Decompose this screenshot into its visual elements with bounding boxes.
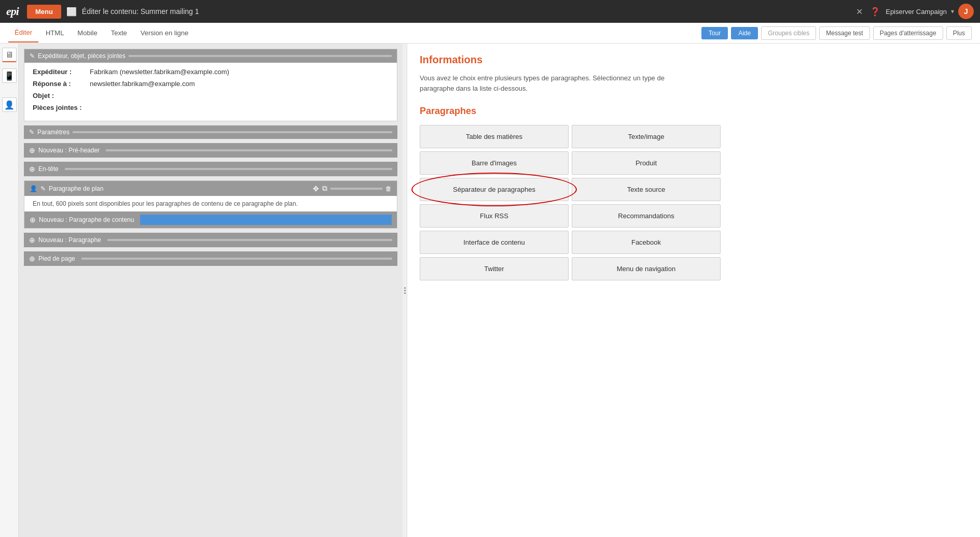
expediteur-section: ✎ Expéditeur, objet, pièces jointes Expé… [24,49,397,121]
mobile-icon[interactable]: 📱 [2,68,17,83]
nouveau-preheader-section[interactable]: ⊕ Nouveau : Pré-header [24,143,397,158]
plus-icon-contenu: ⊕ [30,216,36,224]
entete-bar [65,168,392,170]
paragraph-grid: Table des matières Texte/image Barre d'i… [420,125,721,280]
separateur-button[interactable]: Séparateur de paragraphes [420,178,569,201]
paragraphe-bar [107,239,392,241]
tab-texte[interactable]: Texte [105,24,133,42]
pied-label: Pied de page [38,255,75,262]
help-icon[interactable]: ❓ [870,7,880,17]
tab-version-en-ligne[interactable]: Version en ligne [134,24,195,42]
content-editor: ✎ Expéditeur, objet, pièces jointes Expé… [19,44,403,537]
tab-mobile[interactable]: Mobile [71,24,103,42]
reponse-label: Réponse à : [33,80,90,88]
toolbar-right-buttons: Tour Aide Groupes cibles Message test Pa… [701,26,972,40]
pieces-label: Pièces jointes : [33,104,90,111]
preheader-label: Nouveau : Pré-header [38,147,100,154]
pied-bar [81,258,392,260]
objet-field-row: Objet : [33,92,389,100]
expediteur-label: Expéditeur : [33,68,90,76]
facebook-button[interactable]: Facebook [572,231,721,254]
separateur-cell: Séparateur de paragraphes [420,178,569,201]
menu-button[interactable]: Menu [27,5,61,19]
produit-button[interactable]: Produit [572,151,721,175]
plus-button[interactable]: Plus [946,26,972,40]
entete-section[interactable]: ⊕ En-tête [24,162,397,176]
contenu-label: Nouveau : Paragraphe de contenu [39,216,134,223]
dropdown-arrow-icon[interactable]: ▾ [951,8,954,15]
pages-atterrissage-button[interactable]: Pages d'atterrissage [873,26,943,40]
plan-label: Paragraphe de plan [49,185,103,192]
pieces-field-row: Pièces jointes : [33,104,389,111]
right-panel: Informations Vous avez le choix entre pl… [407,44,980,537]
expediteur-header[interactable]: ✎ Expéditeur, objet, pièces jointes [24,49,397,63]
barre-images-button[interactable]: Barre d'images [420,151,569,175]
reponse-value: newsletter.fabrikam@example.com [90,80,195,88]
expediteur-body: Expéditeur : Fabrikam (newsletter.fabrik… [24,63,397,121]
plus-icon-entete: ⊕ [29,165,35,173]
menu-navigation-button[interactable]: Menu de navigation [572,257,721,280]
informations-title: Informations [420,54,968,66]
objet-label: Objet : [33,92,90,100]
tour-button[interactable]: Tour [701,27,728,39]
left-sidebar: 🖥 📱 👤 [0,44,19,537]
toolbar: Éditer HTML Mobile Texte Version en lign… [0,23,980,44]
plan-header: 👤 ✎ Paragraphe de plan ✥ ⧉ 🗑 [24,181,397,196]
tab-html[interactable]: HTML [39,24,70,42]
copy-icon[interactable]: ⧉ [322,184,327,193]
expediteur-header-label: Expéditeur, objet, pièces jointes [38,52,126,60]
drag-divider[interactable] [403,44,407,537]
entete-label: En-tête [38,165,59,173]
params-bar [73,131,392,133]
twitter-button[interactable]: Twitter [420,257,569,280]
groupes-cibles-button[interactable]: Groupes cibles [761,26,816,40]
person-icon-plan: 👤 [30,185,37,192]
preheader-bar [106,149,392,151]
pied-de-page-section[interactable]: ⊕ Pied de page [24,251,397,266]
expediteur-field-row: Expéditeur : Fabrikam (newsletter.fabrik… [33,68,389,76]
nouveau-contenu-section[interactable]: ⊕ Nouveau : Paragraphe de contenu [24,211,397,228]
tab-editer[interactable]: Éditer [8,23,38,43]
main-layout: 🖥 📱 👤 ✎ Expéditeur, objet, pièces jointe… [0,44,980,537]
pencil-icon-params: ✎ [29,129,34,136]
pencil-icon-plan: ✎ [40,185,46,192]
aide-button[interactable]: Aide [731,27,758,39]
message-test-button[interactable]: Message test [819,26,869,40]
plus-icon-pied: ⊕ [29,255,35,263]
interface-contenu-button[interactable]: Interface de contenu [420,231,569,254]
texte-source-button[interactable]: Texte source [572,178,721,201]
plan-body: En tout, 600 pixels sont disponibles pou… [24,196,397,211]
nav-right: Episerver Campaign ▾ J [886,4,974,19]
plan-actions: ✥ ⧉ 🗑 [313,184,392,193]
table-matieres-button[interactable]: Table des matières [420,125,569,148]
nouveau-paragraphe-section[interactable]: ⊕ Nouveau : Paragraphe [24,233,397,247]
reponse-field-row: Réponse à : newsletter.fabrikam@example.… [33,80,389,88]
flux-rss-button[interactable]: Flux RSS [420,204,569,228]
recommandations-button[interactable]: Recommandations [572,204,721,228]
parametres-section[interactable]: ✎ Paramètres [24,125,397,139]
desktop-icon[interactable]: 🖥 [2,48,17,62]
move-icon[interactable]: ✥ [313,185,319,193]
user-avatar[interactable]: J [958,4,974,19]
pencil-icon: ✎ [30,52,35,60]
page-title: Éditer le contenu: Summer mailing 1 [82,7,849,16]
informations-desc: Vous avez le choix entre plusieurs types… [420,73,679,93]
plus-icon-paragraphe: ⊕ [29,236,35,244]
trash-icon[interactable]: 🗑 [385,185,392,192]
plus-icon-preheader: ⊕ [29,146,35,154]
parametres-label: Paramètres [37,129,70,136]
top-navigation: epi Menu ⬜ Éditer le contenu: Summer mai… [0,0,980,23]
header-bar [129,55,392,57]
episerver-label: Episerver Campaign [886,8,947,16]
expediteur-value: Fabrikam (newsletter.fabrikam@example.co… [90,68,229,76]
close-icon[interactable]: ✕ [856,7,863,17]
blue-bar [140,215,392,225]
person-icon[interactable]: 👤 [2,97,17,112]
plan-section: 👤 ✎ Paragraphe de plan ✥ ⧉ 🗑 En tout, 60… [24,180,397,229]
paragraphe-label: Nouveau : Paragraphe [38,236,101,244]
preview-icon[interactable]: ⬜ [66,7,77,17]
epi-logo: epi [6,5,19,18]
paragraphes-title: Paragraphes [420,106,968,117]
texte-image-button[interactable]: Texte/image [572,125,721,148]
